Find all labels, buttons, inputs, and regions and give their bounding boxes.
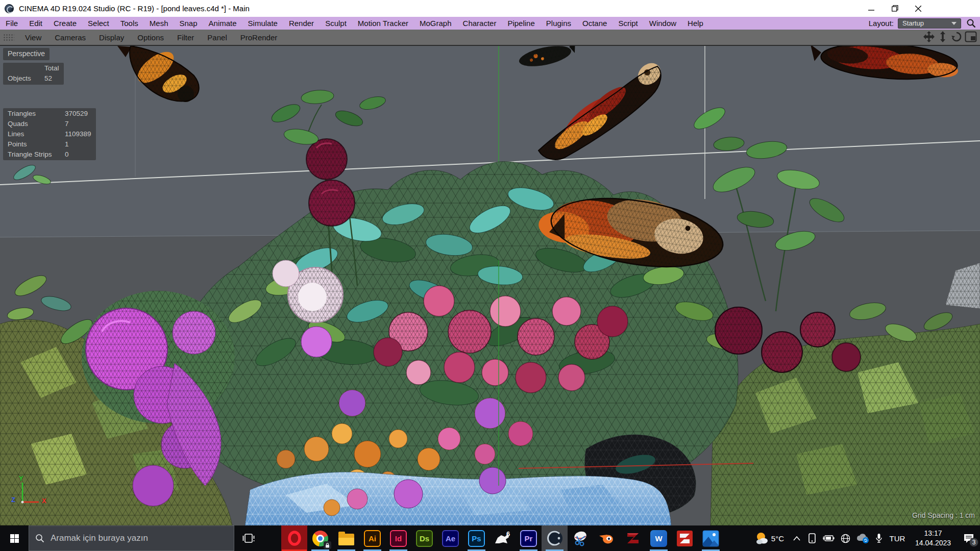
vp-menu-options[interactable]: Options <box>131 33 170 42</box>
cinema4d-window: CINEMA 4D R19.024 Studio (RC - R19) - [p… <box>0 0 980 551</box>
weather-icon[interactable] <box>754 525 769 551</box>
stats-row-value: 1109389 <box>65 130 91 139</box>
menu-edit[interactable]: Edit <box>23 19 48 28</box>
microphone-icon[interactable] <box>872 525 886 551</box>
language-indicator[interactable]: TUR <box>886 534 909 543</box>
title-bar: CINEMA 4D R19.024 Studio (RC - R19) - [p… <box>0 0 980 17</box>
axis-z-label: Z <box>11 496 15 504</box>
stats-row-value: 7 <box>65 119 91 129</box>
windows-logo-icon <box>10 534 19 543</box>
menu-mesh[interactable]: Mesh <box>144 19 174 28</box>
camera-rotate-icon[interactable] <box>950 31 963 44</box>
taskbar-app-illustrator[interactable]: Ai <box>359 525 385 551</box>
stats-row-label: Quads <box>8 119 61 129</box>
illustrator-icon: Ai <box>364 530 381 547</box>
menu-sculpt[interactable]: Sculpt <box>320 19 352 28</box>
temperature-label[interactable]: 5°C <box>771 534 784 543</box>
wireframe-scene <box>0 46 980 525</box>
stats-row-label: Triangles <box>8 109 61 119</box>
restore-button[interactable] <box>883 0 906 17</box>
perspective-viewport[interactable]: Perspective Total Objects 52 Triangles37… <box>0 46 980 525</box>
taskbar-apps: Ai Id Ds Ae Ps 6 <box>281 525 724 551</box>
cloud-sync-icon[interactable] <box>853 525 872 551</box>
taskbar-app-premiere[interactable]: Pr <box>516 525 542 551</box>
search-icon[interactable] <box>966 18 976 28</box>
taskbar-app-photos[interactable] <box>698 525 724 551</box>
grid-spacing-label: Grid Spacing : 1 cm <box>912 511 975 519</box>
drag-grip-icon[interactable] <box>3 34 14 41</box>
taskbar-app-rhino[interactable]: 6 <box>489 525 516 551</box>
layout-dropdown[interactable]: Startup <box>898 18 961 29</box>
window-title: CINEMA 4D R19.024 Studio (RC - R19) - [p… <box>19 4 250 13</box>
menu-octane[interactable]: Octane <box>577 19 612 28</box>
menu-mograph[interactable]: MoGraph <box>414 19 457 28</box>
photos-icon <box>702 530 719 547</box>
search-input[interactable] <box>51 533 219 543</box>
menu-create[interactable]: Create <box>48 19 82 28</box>
taskbar-app-indesign[interactable]: Id <box>385 525 411 551</box>
taskbar-app-z-red[interactable] <box>672 525 698 551</box>
taskbar-app-scissors-tool[interactable] <box>568 525 594 551</box>
taskbar-app-z-dark[interactable] <box>620 525 646 551</box>
taskbar-app-file-explorer[interactable] <box>333 525 359 551</box>
system-tray: 5°C TUR <box>754 525 980 551</box>
stats-row-label: Lines <box>8 130 61 139</box>
taskbar-app-cinema4d[interactable] <box>542 525 568 551</box>
vp-menu-display[interactable]: Display <box>92 33 131 42</box>
vp-menu-panel[interactable]: Panel <box>201 33 233 42</box>
menu-plugins[interactable]: Plugins <box>541 19 577 28</box>
object-stats-overlay: Total Objects 52 <box>3 63 64 85</box>
menu-help[interactable]: Help <box>682 19 709 28</box>
menu-snap[interactable]: Snap <box>174 19 203 28</box>
vp-menu-cameras[interactable]: Cameras <box>48 33 92 42</box>
taskbar-clock[interactable]: 13:17 14.04.2023 <box>909 529 958 548</box>
taskbar-app-dimension[interactable]: Ds <box>411 525 437 551</box>
menu-select[interactable]: Select <box>82 19 115 28</box>
stats-row-value: 0 <box>65 150 91 160</box>
taskbar-app-after-effects[interactable]: Ae <box>437 525 463 551</box>
z-app-red-icon <box>676 530 693 547</box>
taskbar-app-chrome[interactable] <box>307 525 333 551</box>
battery-charging-icon[interactable] <box>820 525 837 551</box>
menu-animate[interactable]: Animate <box>203 19 242 28</box>
vp-menu-filter[interactable]: Filter <box>170 33 201 42</box>
menu-character[interactable]: Character <box>457 19 502 28</box>
taskbar-app-opera[interactable] <box>281 525 307 551</box>
minimize-button[interactable] <box>860 0 883 17</box>
layout-value: Startup <box>902 19 924 27</box>
indesign-icon: Id <box>390 530 407 547</box>
start-button[interactable] <box>0 525 29 551</box>
taskbar-search[interactable] <box>29 525 234 551</box>
menu-render[interactable]: Render <box>283 19 320 28</box>
dimension-icon: Ds <box>416 530 433 547</box>
taskbar-app-photoshop[interactable]: Ps <box>463 525 489 551</box>
menu-motion-tracker[interactable]: Motion Tracker <box>352 19 414 28</box>
vp-menu-prorender[interactable]: ProRender <box>234 33 284 42</box>
camera-scale-icon[interactable] <box>937 31 948 44</box>
camera-label[interactable]: Perspective <box>3 48 50 60</box>
menu-file[interactable]: File <box>0 19 23 28</box>
vp-menu-view[interactable]: View <box>18 33 48 42</box>
menu-window[interactable]: Window <box>644 19 682 28</box>
camera-move-icon[interactable] <box>923 31 935 44</box>
tray-chevron-up-icon[interactable] <box>789 525 804 551</box>
notification-badge: 3 <box>969 538 978 547</box>
task-view-button[interactable] <box>234 525 263 551</box>
z-app-dark-icon <box>625 530 641 546</box>
clock-time: 13:17 <box>909 529 958 538</box>
phone-link-icon[interactable] <box>804 525 820 551</box>
menu-tools[interactable]: Tools <box>115 19 144 28</box>
action-center-button[interactable]: 3 <box>958 525 980 551</box>
taskbar-app-blender[interactable] <box>594 525 620 551</box>
viewport-toggle-icon[interactable] <box>965 31 977 44</box>
menu-pipeline[interactable]: Pipeline <box>502 19 540 28</box>
cinema4d-logo-icon <box>5 4 14 13</box>
photoshop-icon: Ps <box>468 530 485 547</box>
menu-script[interactable]: Script <box>612 19 643 28</box>
stats-total-header: Total <box>44 64 59 73</box>
rhino-6-icon: 6 <box>494 530 511 546</box>
globe-network-icon[interactable] <box>837 525 853 551</box>
close-button[interactable] <box>906 0 930 17</box>
taskbar-app-word[interactable]: W <box>646 525 672 551</box>
menu-simulate[interactable]: Simulate <box>242 19 283 28</box>
